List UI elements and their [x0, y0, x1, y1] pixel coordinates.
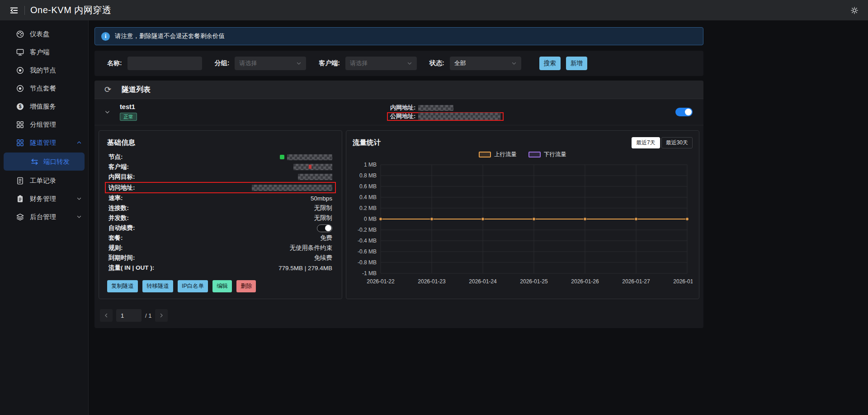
legend-marker [528, 152, 541, 157]
sidebar-item-group-mgmt[interactable]: 分组管理 [0, 115, 88, 134]
info-label: 节点: [108, 153, 123, 161]
info-row: 节点: [107, 152, 334, 162]
chevron-down-icon [76, 196, 82, 201]
sidebar-item-tickets[interactable]: 工单记录 [0, 172, 88, 190]
sidebar-item-label: 我的节点 [30, 66, 56, 75]
status-filter-select[interactable]: 全部 [450, 57, 521, 70]
action-button-编辑[interactable]: 编辑 [212, 280, 232, 292]
sidebar-item-port-forward[interactable]: 端口转发 [4, 153, 85, 171]
group-filter-label: 分组: [215, 59, 230, 67]
sidebar-item-value-added[interactable]: $增值服务 [0, 97, 88, 115]
page-total-label: / 1 [145, 312, 151, 319]
sidebar-item-node-plans[interactable]: 节点套餐 [0, 79, 88, 97]
chevron-up-icon [76, 140, 82, 145]
grid-icon [15, 138, 24, 147]
sidebar-item-finance[interactable]: 财务管理 [0, 190, 88, 208]
info-row: 自动续费: [107, 223, 334, 233]
circle-dot-icon [15, 66, 24, 75]
traffic-panel: 流量统计 最近7天最近30天 上行流量下行流量 1 MB0.8 MB0.6 MB… [346, 130, 699, 299]
refresh-icon[interactable]: ⟳ [104, 85, 114, 95]
status-filter-value: 全部 [454, 59, 466, 67]
sidebar-item-label: 客户端 [30, 48, 50, 57]
sidebar-item-clients[interactable]: 客户端 [0, 43, 88, 61]
tunnel-addresses: 内网地址: 公网地址: [390, 104, 504, 121]
legend-item-上行流量[interactable]: 上行流量 [479, 151, 517, 158]
info-label: 套餐: [108, 234, 123, 242]
tunnel-list-header: ⟳ 隧道列表 [94, 81, 703, 99]
sidebar-item-label: 仪表盘 [30, 30, 50, 38]
sidebar-item-tunnel-mgmt[interactable]: 隧道管理 [0, 134, 88, 152]
search-button[interactable]: 搜索 [539, 57, 561, 70]
svg-text:2026-01-24: 2026-01-24 [469, 278, 497, 285]
info-value: 无限制 [314, 204, 333, 212]
status-badge: 正常 [120, 113, 137, 121]
lan-address-redacted [418, 105, 453, 111]
svg-text:1 MB: 1 MB [364, 162, 377, 168]
app-root: One-KVM 内网穿透 仪表盘客户端我的节点节点套餐$增值服务分组管理隧道管理… [0, 0, 868, 415]
basic-info-rows: 节点:客户端:内网目标:访问地址:速率:50mbps连接数:无限制并发数:无限制… [107, 152, 334, 273]
tunnel-list-card: ⟳ 隧道列表 test1 正常 内网地址: [94, 81, 703, 328]
basic-info-title: 基础信息 [107, 138, 334, 148]
auto-renew-toggle[interactable] [317, 224, 332, 232]
name-filter-input[interactable] [127, 57, 202, 70]
tunnel-enabled-toggle[interactable] [675, 108, 693, 116]
tunnel-list-title: 隧道列表 [122, 85, 151, 95]
redacted-value [293, 164, 332, 170]
action-button-IP白名单[interactable]: IP白名单 [178, 280, 208, 292]
chevron-down-icon [296, 61, 302, 66]
dollar-circle-icon: $ [15, 102, 24, 111]
sidebar-item-label: 节点套餐 [30, 84, 56, 93]
info-value: 50mbps [311, 195, 332, 202]
collapse-menu-icon[interactable] [8, 5, 20, 16]
sidebar-item-dashboard[interactable]: 仪表盘 [0, 25, 88, 43]
basic-info-panel: 基础信息 节点:客户端:内网目标:访问地址:速率:50mbps连接数:无限制并发… [99, 130, 342, 299]
client-filter-select[interactable]: 请选择 [345, 57, 417, 70]
sidebar-item-my-nodes[interactable]: 我的节点 [0, 61, 88, 79]
notice-banner: i 请注意，删除隧道不会退还套餐剩余价值 [94, 27, 703, 45]
info-label: 连接数: [108, 204, 129, 212]
swap-arrows-icon [30, 157, 39, 166]
wan-address-redacted [418, 113, 500, 120]
svg-text:0.6 MB: 0.6 MB [359, 183, 377, 190]
range-button-最近30天[interactable]: 最近30天 [661, 137, 693, 148]
legend-item-下行流量[interactable]: 下行流量 [528, 151, 566, 158]
sidebar: 仪表盘客户端我的节点节点套餐$增值服务分组管理隧道管理端口转发工单记录财务管理后… [0, 20, 89, 415]
prev-page-button[interactable] [100, 309, 113, 322]
svg-text:2026-01-28: 2026-01-28 [673, 278, 693, 285]
sidebar-item-label: 分组管理 [30, 120, 56, 129]
sidebar-item-label: 工单记录 [30, 176, 56, 185]
chevron-down-icon[interactable] [104, 109, 111, 115]
legend-marker [479, 152, 491, 157]
top-header: One-KVM 内网穿透 [0, 0, 868, 20]
traffic-range-group: 最近7天最近30天 [632, 137, 693, 148]
action-button-复制隧道[interactable]: 复制隧道 [107, 280, 138, 292]
filter-bar: 名称: 分组: 请选择 客户端: 请选择 [94, 51, 703, 76]
range-button-最近7天[interactable]: 最近7天 [632, 137, 660, 148]
sidebar-item-admin[interactable]: 后台管理 [0, 208, 88, 226]
action-button-转移隧道[interactable]: 转移隧道 [142, 280, 173, 292]
group-filter-select[interactable]: 请选择 [235, 57, 306, 70]
name-filter-label: 名称: [107, 59, 122, 67]
node-online-indicator [280, 155, 284, 159]
sidebar-item-label: 增值服务 [30, 102, 56, 111]
info-label: 规则: [108, 244, 123, 252]
pagination: / 1 [94, 304, 703, 322]
layers-icon [15, 212, 24, 221]
sidebar-menu: 仪表盘客户端我的节点节点套餐$增值服务分组管理隧道管理端口转发工单记录财务管理后… [0, 25, 88, 226]
add-button[interactable]: 新增 [566, 57, 587, 70]
notice-text: 请注意，删除隧道不会退还套餐剩余价值 [115, 32, 225, 40]
svg-text:-0.4 MB: -0.4 MB [358, 238, 377, 244]
svg-text:2026-01-23: 2026-01-23 [418, 278, 446, 285]
tunnel-row[interactable]: test1 正常 内网地址: 公网地址: [94, 99, 703, 125]
page-number-input[interactable] [116, 309, 142, 322]
info-row: 流量( IN | OUT ):779.5MB | 279.4MB [107, 263, 334, 273]
action-button-删除[interactable]: 删除 [236, 280, 256, 292]
sun-icon[interactable] [849, 5, 860, 16]
annotation-box-public-address: 公网地址: [387, 112, 504, 121]
tunnel-detail: 基础信息 节点:客户端:内网目标:访问地址:速率:50mbps连接数:无限制并发… [94, 125, 703, 304]
client-filter-label: 客户端: [319, 59, 340, 67]
info-label: 并发数: [108, 214, 129, 222]
chevron-down-icon [76, 214, 82, 219]
next-page-button[interactable] [155, 309, 168, 322]
svg-text:-0.8 MB: -0.8 MB [358, 259, 377, 266]
